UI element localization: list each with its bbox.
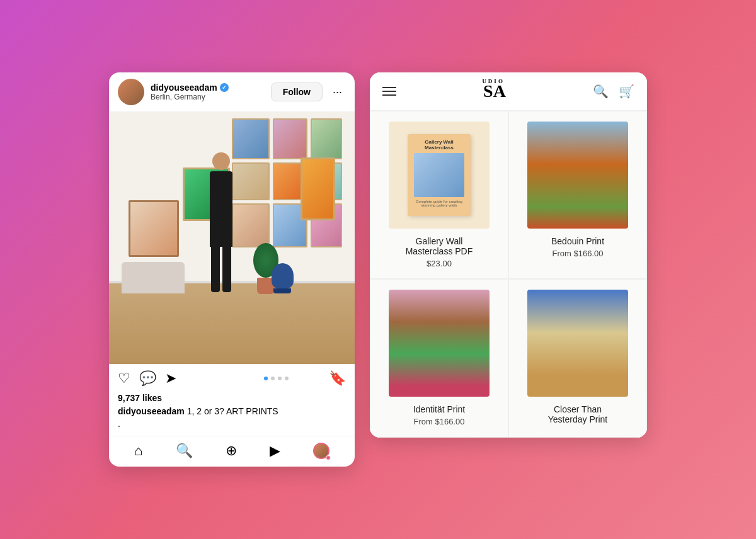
panels-container: didyouseeadam ✓ Berlin, Germany Follow ·… <box>109 72 647 466</box>
ig-caption-dot: . <box>118 418 346 431</box>
product-image-4 <box>527 290 628 397</box>
product-2-art <box>527 122 628 229</box>
ig-nav-reels[interactable]: ▶ <box>270 443 280 459</box>
ig-nav-profile[interactable] <box>313 443 329 459</box>
instagram-panel: didyouseeadam ✓ Berlin, Germany Follow ·… <box>109 72 355 466</box>
ig-scene <box>109 112 355 364</box>
person-body <box>210 171 232 247</box>
product-price-3: From $166.00 <box>414 417 465 426</box>
shop-logo: UDIO SA <box>483 82 506 100</box>
blue-vase <box>272 263 294 293</box>
product-image-1: Gallery Wall Masterclass Complete guide … <box>389 122 490 229</box>
ig-header: didyouseeadam ✓ Berlin, Germany Follow ·… <box>109 72 355 112</box>
shop-cart-icon[interactable]: 🛒 <box>619 84 634 99</box>
pdf-cover: Gallery Wall Masterclass Complete guide … <box>408 134 471 216</box>
product-name-3: Identität Print <box>413 404 466 414</box>
like-icon[interactable]: ♡ <box>118 370 130 387</box>
shop-product-grid: Gallery Wall Masterclass Complete guide … <box>370 111 647 438</box>
menu-line-1 <box>382 87 396 88</box>
shop-menu-icon[interactable] <box>382 87 396 96</box>
ig-nav-add[interactable]: ⊕ <box>226 443 237 459</box>
vase-base <box>273 288 291 293</box>
art-left-large <box>129 200 179 257</box>
person-silhouette <box>202 152 240 291</box>
product-name-2: Bedouin Print <box>551 236 604 246</box>
ig-nav-search[interactable]: 🔍 <box>176 443 193 459</box>
ig-avatar <box>118 79 144 105</box>
sofa <box>122 262 185 293</box>
product-card-2[interactable]: Bedouin Print From $166.00 <box>508 111 647 279</box>
ig-caption-content: 1, 2 or 3? ART PRINTS <box>187 406 278 416</box>
person-leg-left <box>211 247 220 292</box>
comment-icon[interactable]: 💬 <box>139 370 156 387</box>
ig-actions-row: ♡ 💬 ➤ 🔖 <box>109 364 355 393</box>
product-4-art <box>527 290 628 397</box>
dot-3 <box>278 377 282 380</box>
shop-logo-sup: UDIO <box>482 79 505 84</box>
pdf-subtitle: Complete guide for creating stunning gal… <box>413 200 466 207</box>
ig-likes: 9,737 likes <box>109 393 355 406</box>
ig-nav-home[interactable]: ⌂ <box>134 443 142 459</box>
product-price-2: From $166.00 <box>553 249 604 258</box>
art-frame-2 <box>273 118 307 159</box>
pdf-title: Gallery Wall Masterclass <box>413 139 466 150</box>
menu-line-3 <box>382 94 396 96</box>
ig-caption-username: didyouseeadam <box>118 406 185 416</box>
ig-verified-badge: ✓ <box>220 83 229 92</box>
ig-bottom-nav: ⌂ 🔍 ⊕ ▶ <box>109 436 355 467</box>
ig-caption: didyouseeadam 1, 2 or 3? ART PRINTS . <box>109 406 355 435</box>
share-icon[interactable]: ➤ <box>165 370 176 387</box>
art-right <box>301 157 335 220</box>
dot-2 <box>271 377 275 380</box>
avatar-image <box>118 79 144 105</box>
dot-1 <box>264 377 268 380</box>
ig-user-info: didyouseeadam ✓ Berlin, Germany <box>151 82 265 101</box>
follow-button[interactable]: Follow <box>271 82 323 101</box>
product-image-3 <box>389 290 490 397</box>
vase-face <box>272 263 294 288</box>
scene-floor <box>109 283 355 364</box>
ig-username-row: didyouseeadam ✓ <box>151 82 265 93</box>
dot-4 <box>285 377 289 380</box>
person-head <box>212 152 230 170</box>
product-3-art <box>389 290 490 397</box>
shop-header-icons: 🔍 🛒 <box>593 84 634 99</box>
bookmark-icon[interactable]: 🔖 <box>329 370 346 387</box>
shop-search-icon[interactable]: 🔍 <box>593 84 609 99</box>
pdf-inner-image <box>414 153 464 197</box>
art-frame-3 <box>311 118 342 159</box>
product-card-1[interactable]: Gallery Wall Masterclass Complete guide … <box>370 111 508 279</box>
more-options-icon[interactable]: ··· <box>329 83 346 101</box>
product-name-4: Closer ThanYesterday Print <box>548 404 607 424</box>
shop-panel: UDIO SA 🔍 🛒 Gallery Wall Masterclass Com… <box>370 72 647 438</box>
person-legs <box>202 247 240 292</box>
product-image-2 <box>527 122 628 229</box>
ig-location: Berlin, Germany <box>151 93 265 101</box>
ig-nav-notification-dot <box>326 455 331 460</box>
person-leg-right <box>222 247 231 292</box>
product-price-1: $23.00 <box>427 259 452 268</box>
menu-line-2 <box>382 91 396 92</box>
ig-username: didyouseeadam <box>151 82 217 93</box>
ig-post-image <box>109 112 355 364</box>
product-card-4[interactable]: Closer ThanYesterday Print <box>508 279 647 438</box>
product-name-1: Gallery WallMasterclass PDF <box>406 236 473 256</box>
product-card-3[interactable]: Identität Print From $166.00 <box>370 279 508 438</box>
ig-action-icons: ♡ 💬 ➤ <box>118 370 224 387</box>
shop-header: UDIO SA 🔍 🛒 <box>370 72 647 111</box>
ig-carousel-dots <box>224 377 329 380</box>
